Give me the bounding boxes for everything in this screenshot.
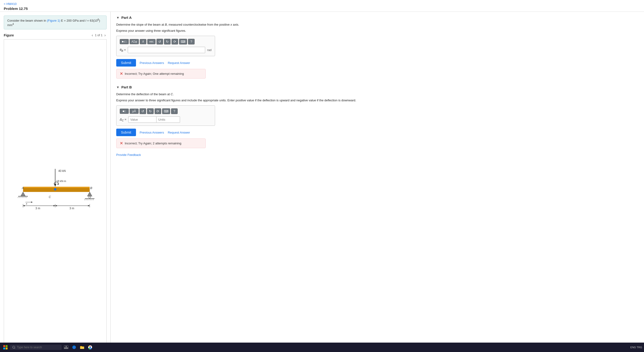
- part-b-submit-btn[interactable]: Submit: [116, 129, 136, 136]
- part-b-status-text: Incorrect; Try Again; 2 attempts remaini…: [125, 142, 182, 145]
- part-a-collapse-btn[interactable]: ▼: [116, 16, 120, 19]
- part-b-units-input[interactable]: [156, 116, 180, 123]
- svg-text:18 kN·m: 18 kN·m: [56, 179, 66, 182]
- figure-header: Figure ‹ 1 of 1 ›: [4, 33, 106, 37]
- part-b-title: Part B: [122, 85, 132, 89]
- toolbar-undo-btn[interactable]: ↺: [156, 39, 163, 44]
- svg-line-49: [14, 348, 15, 349]
- right-panel: ▼ Part A Determine the slope of the beam…: [110, 12, 644, 347]
- part-b-toolbar-keyboard-btn[interactable]: ⌨: [162, 108, 170, 114]
- search-icon: [12, 346, 16, 349]
- part-a-question: Determine the slope of the beam at B, me…: [116, 22, 638, 27]
- toolbar-keyboard-btn[interactable]: ⌨: [179, 39, 187, 44]
- part-a-status-text: Incorrect; Try Again; One attempt remain…: [125, 72, 184, 75]
- svg-marker-36: [23, 205, 25, 206]
- beam-diagram: 40 kN 18 kN·m A: [4, 39, 106, 343]
- svg-line-26: [92, 198, 92, 200]
- svg-line-13: [22, 196, 23, 198]
- svg-rect-50: [64, 346, 66, 348]
- part-a-unit: rad: [207, 48, 212, 52]
- part-a-instruction: Express your answer using three signific…: [116, 28, 638, 33]
- svg-line-22: [86, 198, 87, 200]
- back-link[interactable]: < HW#10: [4, 2, 17, 6]
- part-b-value-input[interactable]: [128, 116, 156, 123]
- svg-line-23: [87, 198, 88, 200]
- chrome-icon: [88, 345, 92, 350]
- svg-rect-46: [3, 348, 5, 350]
- part-b-answer-box: ■□ μÅ ↺ ↻ ⟳ ⌨ ? ΔC =: [116, 105, 215, 126]
- part-a-prev-answers-btn[interactable]: Previous Answers: [140, 61, 164, 65]
- svg-rect-6: [23, 187, 90, 188]
- part-a-title: Part A: [122, 15, 132, 19]
- part-b-eq-label: ΔC =: [120, 118, 126, 122]
- part-b-toolbar-redo-btn[interactable]: ↻: [147, 108, 154, 114]
- part-b-question: Determine the deflection of the beam at …: [116, 92, 638, 97]
- figure-next-btn[interactable]: ›: [104, 33, 106, 37]
- part-b-value-units-row: [128, 116, 180, 123]
- svg-text:B: B: [90, 186, 92, 190]
- svg-text:3 m: 3 m: [70, 207, 74, 210]
- part-a-header: ▼ Part A: [116, 15, 638, 19]
- part-a-eq-label: θB =: [120, 48, 126, 52]
- part-b-header: ▼ Part B: [116, 85, 638, 89]
- svg-text:40 kN: 40 kN: [58, 169, 66, 173]
- svg-rect-45: [6, 345, 8, 347]
- file-explorer-btn[interactable]: [78, 344, 86, 351]
- task-view-icon: [64, 346, 68, 349]
- svg-marker-18: [87, 192, 92, 196]
- svg-point-48: [13, 346, 15, 348]
- svg-line-11: [19, 196, 20, 198]
- part-a-input[interactable]: [128, 47, 206, 53]
- svg-marker-31: [31, 201, 32, 203]
- chrome-btn[interactable]: [86, 344, 94, 351]
- toolbar-vec-btn[interactable]: vec: [147, 39, 156, 44]
- part-b-status: ✕ Incorrect; Try Again; 2 attempts remai…: [116, 138, 206, 148]
- part-a-request-answer-btn[interactable]: Request Answer: [168, 61, 190, 65]
- svg-rect-52: [64, 348, 66, 349]
- taskbar-search-input[interactable]: [17, 346, 54, 349]
- part-b-toolbar-matrix-btn[interactable]: ■□: [120, 109, 129, 114]
- part-b-error-icon: ✕: [120, 141, 123, 146]
- task-view-btn[interactable]: [62, 344, 70, 351]
- taskbar-search-box[interactable]: [10, 345, 62, 350]
- toolbar-matrix-btn[interactable]: ■√□: [120, 39, 129, 44]
- figure-nav: ‹ 1 of 1 ›: [91, 33, 106, 37]
- svg-text:C: C: [49, 195, 51, 199]
- part-b-request-answer-btn[interactable]: Request Answer: [168, 131, 190, 134]
- svg-line-25: [90, 198, 91, 200]
- svg-text:3 m: 3 m: [36, 207, 40, 210]
- part-b-toolbar-undo-btn[interactable]: ↺: [140, 108, 146, 114]
- provide-feedback-link[interactable]: Provide Feedback: [116, 153, 141, 157]
- svg-line-15: [25, 196, 26, 198]
- part-b-toolbar-symbol-btn[interactable]: μÅ: [130, 109, 138, 114]
- svg-line-21: [84, 198, 86, 200]
- toolbar-refresh-btn[interactable]: ⟳: [172, 39, 178, 44]
- toolbar-help-btn[interactable]: ?: [188, 39, 194, 44]
- figure-link[interactable]: (Figure 1): [47, 19, 60, 22]
- part-a-submit-btn[interactable]: Submit: [116, 59, 136, 66]
- left-panel: Consider the beam shown in (Figure 1) E …: [0, 12, 110, 347]
- toolbar-symbol-btn[interactable]: AΣφ: [130, 39, 139, 44]
- toolbar-italic-btn[interactable]: It: [140, 39, 146, 44]
- file-explorer-icon: [80, 345, 84, 350]
- top-bar: < HW#10 Problem 12.75: [0, 0, 644, 12]
- svg-marker-1: [54, 184, 56, 186]
- toolbar-redo-btn[interactable]: ↻: [164, 39, 170, 44]
- part-b-collapse-btn[interactable]: ▼: [116, 85, 120, 89]
- part-b-toolbar-refresh-btn[interactable]: ⟳: [154, 108, 161, 114]
- part-b-toolbar-help-btn[interactable]: ?: [171, 108, 178, 114]
- part-b-instruction: Express your answer to three significant…: [116, 98, 638, 103]
- problem-title: Problem 12.75: [4, 6, 640, 10]
- provide-feedback-section: Provide Feedback: [116, 153, 638, 157]
- part-b-input-row: ΔC =: [120, 116, 212, 123]
- svg-line-27: [93, 198, 94, 200]
- part-a-status: ✕ Incorrect; Try Again; One attempt rema…: [116, 69, 206, 78]
- figure-prev-btn[interactable]: ‹: [91, 33, 94, 37]
- part-b-prev-answers-btn[interactable]: Previous Answers: [140, 131, 164, 134]
- figure-section: Figure ‹ 1 of 1 › 40 kN 18 kN·m: [4, 33, 106, 344]
- edge-btn[interactable]: [70, 344, 78, 351]
- part-b-toolbar: ■□ μÅ ↺ ↻ ⟳ ⌨ ?: [120, 108, 212, 114]
- start-menu-btn[interactable]: [2, 344, 9, 351]
- svg-marker-8: [21, 192, 26, 196]
- svg-rect-51: [66, 346, 68, 348]
